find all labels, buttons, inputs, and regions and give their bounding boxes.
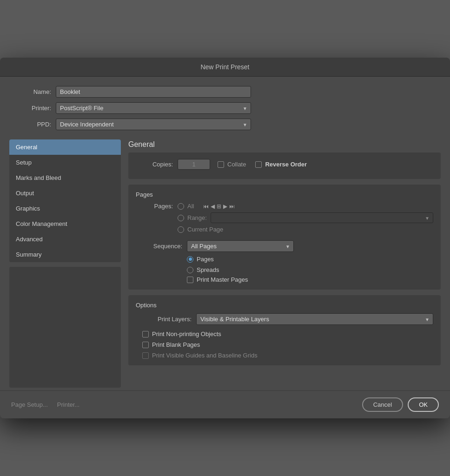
name-input[interactable] xyxy=(56,86,251,98)
ppd-row: PPD: Device Independent xyxy=(14,119,436,130)
ppd-select[interactable]: Device Independent xyxy=(56,119,251,130)
current-page-radio-label[interactable]: Current Page xyxy=(178,226,223,233)
bottom-bar: Page Setup... Printer... Cancel OK xyxy=(0,390,450,418)
print-non-printing-label[interactable]: Print Non-printing Objects xyxy=(142,331,433,337)
range-row: Range: xyxy=(178,212,433,223)
print-master-pages-label[interactable]: Print Master Pages xyxy=(187,276,433,283)
sidebar-item-advanced[interactable]: Advanced xyxy=(9,231,121,247)
sequence-select[interactable]: All Pages Even Pages Odd Pages xyxy=(187,240,294,252)
print-non-printing-text: Print Non-printing Objects xyxy=(152,331,221,337)
sidebar-item-setup[interactable]: Setup xyxy=(9,155,121,170)
sidebar-marks-label: Marks and Bleed xyxy=(16,174,61,181)
sidebar-item-color-management[interactable]: Color Management xyxy=(9,216,121,231)
printer-select[interactable]: PostScript® File xyxy=(56,102,251,114)
print-layers-row: Print Layers: Visible & Printable Layers… xyxy=(136,313,433,325)
nav-last-icon[interactable]: ⏭ xyxy=(229,203,235,210)
pages-options: All ⏮ ◀ ⊞ ▶ ⏭ xyxy=(178,203,433,236)
print-blank-pages-text: Print Blank Pages xyxy=(152,341,200,348)
range-select[interactable] xyxy=(211,212,433,223)
page-nav-icons: ⏮ ◀ ⊞ ▶ ⏭ xyxy=(203,203,235,210)
pages-section-title: Pages xyxy=(136,191,433,198)
ppd-label: PPD: xyxy=(14,121,51,128)
pages-section: Pages Pages: All ⏮ ◀ xyxy=(128,185,441,290)
print-visible-guides-label[interactable]: Print Visible Guides and Baseline Grids xyxy=(142,352,433,359)
sequence-label: Sequence: xyxy=(136,243,182,250)
current-page-label: Current Page xyxy=(187,226,223,233)
collate-checkbox-label[interactable]: Collate xyxy=(218,161,246,168)
print-master-pages-text: Print Master Pages xyxy=(197,276,248,283)
sequence-select-wrapper: All Pages Even Pages Odd Pages xyxy=(187,240,294,252)
nav-pages-icon[interactable]: ⊞ xyxy=(217,203,221,210)
reverse-order-label: Reverse Order xyxy=(265,161,307,168)
sidebar-summary-label: Summary xyxy=(16,251,42,258)
options-section: Options Print Layers: Visible & Printabl… xyxy=(128,295,441,365)
reverse-order-checkbox-label[interactable]: Reverse Order xyxy=(255,161,307,168)
range-radio-label[interactable]: Range: xyxy=(178,214,207,221)
sidebar: General Setup Marks and Bleed Output Gra… xyxy=(9,139,121,388)
reverse-order-checkbox[interactable] xyxy=(255,161,262,168)
ok-button[interactable]: OK xyxy=(408,397,439,412)
sidebar-graphics-label: Graphics xyxy=(16,205,40,212)
page-setup-button[interactable]: Page Setup... xyxy=(11,401,48,408)
sidebar-color-label: Color Management xyxy=(16,220,67,227)
copies-section: Copies: Collate Reverse Order xyxy=(128,152,441,179)
print-layers-label: Print Layers: xyxy=(136,316,192,323)
panel: General Copies: Collate Reverse Order xyxy=(121,139,441,388)
sidebar-advanced-label: Advanced xyxy=(16,236,43,243)
pages-radio[interactable] xyxy=(187,256,193,263)
all-radio[interactable] xyxy=(178,203,184,210)
current-page-radio[interactable] xyxy=(178,226,184,233)
print-master-pages-checkbox[interactable] xyxy=(187,277,193,283)
copies-label: Copies: xyxy=(136,161,173,168)
spreads-radio-text: Spreads xyxy=(197,266,219,273)
printer-row: Printer: PostScript® File xyxy=(14,102,436,114)
options-title: Options xyxy=(136,302,433,309)
current-page-row: Current Page xyxy=(178,226,433,233)
name-row: Name: xyxy=(14,86,436,98)
nav-prev-icon[interactable]: ◀ xyxy=(211,203,215,210)
layers-select[interactable]: Visible & Printable Layers Visible Layer… xyxy=(196,313,433,325)
all-radio-label[interactable]: All xyxy=(178,203,194,210)
sidebar-output-label: Output xyxy=(16,190,34,197)
sequence-row: Sequence: All Pages Even Pages Odd Pages xyxy=(136,240,433,252)
pages-radio-text: Pages xyxy=(197,256,214,263)
copies-input[interactable] xyxy=(178,159,210,170)
range-radio[interactable] xyxy=(178,215,184,221)
sidebar-general-label: General xyxy=(16,144,37,151)
sidebar-preview xyxy=(9,267,121,388)
checkbox-options: Print Master Pages xyxy=(187,276,433,283)
nav-next-icon[interactable]: ▶ xyxy=(223,203,227,210)
sidebar-nav: General Setup Marks and Bleed Output Gra… xyxy=(9,139,121,262)
print-blank-pages-checkbox[interactable] xyxy=(142,342,149,348)
radio-options: Pages Spreads xyxy=(187,256,433,273)
nav-first-icon[interactable]: ⏮ xyxy=(203,203,209,210)
copies-row: Copies: Collate Reverse Order xyxy=(136,159,433,170)
print-visible-guides-text: Print Visible Guides and Baseline Grids xyxy=(152,352,258,359)
sidebar-item-marks-and-bleed[interactable]: Marks and Bleed xyxy=(9,170,121,185)
sidebar-item-graphics[interactable]: Graphics xyxy=(9,201,121,216)
layers-select-wrapper: Visible & Printable Layers Visible Layer… xyxy=(196,313,433,325)
sidebar-item-summary[interactable]: Summary xyxy=(9,247,121,262)
pages-controls-row: Pages: All ⏮ ◀ ⊞ ▶ xyxy=(136,203,433,236)
print-non-printing-checkbox[interactable] xyxy=(142,331,149,337)
print-blank-pages-label[interactable]: Print Blank Pages xyxy=(142,341,433,348)
all-label: All xyxy=(187,203,194,210)
pages-radio-label[interactable]: Pages xyxy=(187,256,433,263)
dialog: New Print Preset Name: Printer: PostScri… xyxy=(0,58,450,418)
spreads-radio-label[interactable]: Spreads xyxy=(187,266,433,273)
sidebar-setup-label: Setup xyxy=(16,159,32,166)
cancel-button[interactable]: Cancel xyxy=(362,397,403,412)
printer-label: Printer: xyxy=(14,105,51,112)
panel-title: General xyxy=(128,140,155,148)
collate-checkbox[interactable] xyxy=(218,161,224,168)
pages-all-row: All ⏮ ◀ ⊞ ▶ ⏭ xyxy=(178,203,433,210)
sidebar-item-output[interactable]: Output xyxy=(9,185,121,201)
spreads-radio[interactable] xyxy=(187,267,193,273)
printer-button[interactable]: Printer... xyxy=(57,401,79,408)
sidebar-item-general[interactable]: General xyxy=(9,139,121,155)
print-visible-guides-checkbox[interactable] xyxy=(142,352,149,359)
dialog-title: New Print Preset xyxy=(200,63,249,71)
name-label: Name: xyxy=(14,88,51,95)
form-section: Name: Printer: PostScript® File PPD: Dev… xyxy=(0,77,450,139)
title-bar: New Print Preset xyxy=(0,58,450,77)
